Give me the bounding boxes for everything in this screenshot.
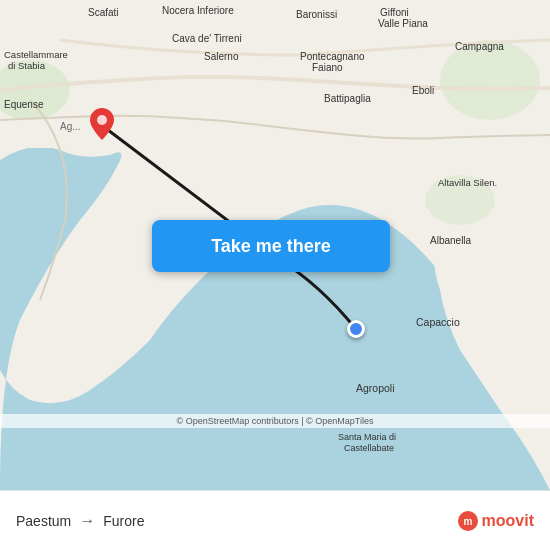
svg-text:Valle Piana: Valle Piana (378, 18, 428, 29)
moovit-icon: m (458, 511, 478, 531)
svg-text:Equense: Equense (4, 99, 44, 110)
svg-text:di Stabia: di Stabia (8, 60, 46, 71)
svg-text:Cava de' Tirreni: Cava de' Tirreni (172, 33, 242, 44)
bottom-bar: Paestum → Furore m moovit (0, 490, 550, 550)
route-arrow: → (79, 512, 95, 530)
origin-marker (90, 108, 114, 138)
svg-text:Salerno: Salerno (204, 51, 239, 62)
svg-text:Nocera Inferiore: Nocera Inferiore (162, 5, 234, 16)
svg-text:Santa Maria di: Santa Maria di (338, 432, 396, 442)
svg-text:Albanella: Albanella (430, 235, 472, 246)
svg-text:Scafati: Scafati (88, 7, 119, 18)
attribution-text: © OpenStreetMap contributors | © OpenMap… (177, 416, 374, 426)
svg-point-3 (440, 40, 540, 120)
svg-text:Campagna: Campagna (455, 41, 504, 52)
map-container: Scafati Nocera Inferiore Baronissi Giffo… (0, 0, 550, 490)
destination-marker (347, 320, 365, 338)
svg-text:Castellammare: Castellammare (4, 49, 68, 60)
route-info: Paestum → Furore (16, 512, 458, 530)
svg-text:Baronissi: Baronissi (296, 9, 337, 20)
svg-text:Pontecagnano: Pontecagnano (300, 51, 365, 62)
svg-text:Capaccio: Capaccio (416, 316, 460, 328)
svg-text:Castellabate: Castellabate (344, 443, 394, 453)
svg-text:Agropoli: Agropoli (356, 382, 395, 394)
moovit-text: moovit (482, 512, 534, 530)
svg-text:m: m (463, 516, 472, 527)
moovit-logo: m moovit (458, 511, 534, 531)
svg-text:Altavilla Silen.: Altavilla Silen. (438, 177, 497, 188)
svg-text:Ag...: Ag... (60, 121, 81, 132)
svg-point-27 (97, 115, 107, 125)
route-from: Paestum (16, 513, 71, 529)
svg-text:Giffoni: Giffoni (380, 7, 409, 18)
svg-text:Eboli: Eboli (412, 85, 434, 96)
take-me-there-label: Take me there (211, 236, 331, 257)
route-to: Furore (103, 513, 144, 529)
osm-attribution: © OpenStreetMap contributors | © OpenMap… (0, 414, 550, 428)
take-me-there-button[interactable]: Take me there (152, 220, 390, 272)
svg-text:Battipaglia: Battipaglia (324, 93, 371, 104)
svg-text:Faiano: Faiano (312, 62, 343, 73)
